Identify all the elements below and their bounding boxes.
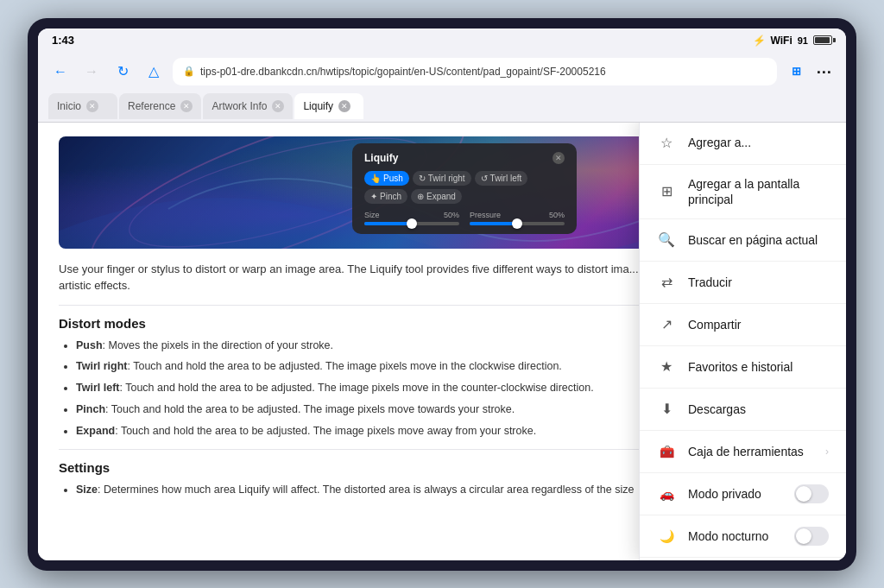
status-icons: ⚡ WiFi 91 [753, 35, 832, 47]
night-toggle[interactable] [794, 527, 829, 546]
tab-liquify-label: Liquify [303, 100, 333, 112]
expand-desc: : Touch and hold the area to be adjusted… [115, 425, 536, 437]
twirl-right-label: Twirl right [428, 174, 465, 183]
push-term: Push [76, 339, 103, 351]
tab-artwork-info-close[interactable]: ✕ [272, 100, 284, 112]
tab-reference-label: Reference [128, 100, 175, 112]
nav-bar: ← → ↻ △ 🔒 tips-p01-dre.dbankcdn.cn/hwtip… [38, 53, 846, 91]
liquify-expand-button[interactable]: ⊕ Expand [411, 189, 462, 204]
size-settings-desc: : Determines how much area Liquify will … [98, 484, 634, 496]
tablet-frame: 1:43 ⚡ WiFi 91 ← → ↻ △ 🔒 tips-p01-dre.db… [28, 18, 856, 571]
tab-inicio-label: Inicio [57, 100, 81, 112]
size-slider-thumb[interactable] [407, 218, 417, 229]
wifi-icon: WiFi [771, 35, 792, 47]
liquify-popup-title: Liquify [364, 152, 398, 164]
forward-button[interactable]: → [79, 60, 104, 84]
pressure-slider-thumb[interactable] [512, 218, 522, 229]
menu-label-pantalla: Agregar a la pantalla principal [688, 176, 829, 207]
downloads-icon: ⬇ [657, 400, 676, 419]
tabs-button[interactable]: ⊞ [784, 60, 808, 84]
liquify-pinch-button[interactable]: ✦ Pinch [364, 189, 407, 204]
expand-label: Expand [426, 192, 456, 201]
pressure-slider-group: Pressure 50% [470, 211, 565, 225]
star-icon: ☆ [657, 134, 676, 153]
liquify-sliders: Size 50% Pressure [364, 211, 565, 225]
reload-button[interactable]: ↻ [110, 60, 135, 84]
menu-item-pantalla[interactable]: ⊞ Agregar a la pantalla principal [640, 165, 846, 219]
menu-item-caja[interactable]: 🧰 Caja de herramientas › [640, 431, 846, 473]
night-icon: 🌙 [657, 527, 676, 546]
home-button[interactable]: △ [142, 60, 166, 84]
pressure-slider-track[interactable] [470, 222, 565, 225]
status-bar: 1:43 ⚡ WiFi 91 [38, 28, 846, 53]
tab-artwork-info-label: Artwork Info [212, 100, 267, 112]
tab-reference-close[interactable]: ✕ [180, 100, 193, 112]
menu-label-descargas: Descargas [688, 401, 829, 417]
expand-term: Expand [76, 425, 115, 437]
pinch-label: Pinch [380, 192, 401, 201]
private-toggle[interactable] [794, 484, 829, 503]
liquify-close-button[interactable]: ✕ [552, 152, 565, 164]
menu-item-nocturno[interactable]: 🌙 Modo nocturno [640, 515, 846, 558]
menu-label-buscar: Buscar en página actual [688, 232, 829, 248]
menu-item-agregar[interactable]: ☆ Agregar a... [640, 123, 846, 165]
menu-item-compartir[interactable]: ↗ Compartir [640, 304, 846, 346]
status-time: 1:43 [52, 34, 74, 47]
menu-label-caja: Caja de herramientas [688, 444, 813, 459]
battery-icon [813, 35, 832, 45]
back-button[interactable]: ← [48, 60, 73, 84]
menu-item-traducir[interactable]: ⇄ Traducir [640, 262, 846, 304]
page-content: Liquify ✕ 👆 Push ↻ Twirl right [38, 123, 846, 560]
menu-item-buscar[interactable]: 🔍 Buscar en página actual [640, 219, 846, 262]
browser-chrome: ← → ↻ △ 🔒 tips-p01-dre.dbankcdn.cn/hwtip… [38, 53, 846, 123]
tab-inicio[interactable]: Inicio ✕ [48, 93, 117, 119]
push-icon: 👆 [370, 174, 381, 183]
menu-label-privado: Modo privado [688, 486, 782, 502]
size-value: 50% [444, 211, 459, 219]
menu-item-version-pc[interactable]: 🖥 Versión PC [640, 558, 846, 560]
push-label: Push [383, 174, 403, 183]
twirl-left-desc: : Touch and hold the area to be adjusted… [119, 382, 593, 394]
pinch-icon: ✦ [370, 192, 377, 201]
twirl-left-icon: ↺ [481, 174, 488, 183]
address-bar[interactable]: 🔒 tips-p01-dre.dbankcdn.cn/hwtips/topic/… [173, 58, 777, 85]
size-label: Size [364, 211, 380, 219]
twirl-left-term: Twirl left [76, 382, 119, 394]
menu-item-descargas[interactable]: ⬇ Descargas [640, 389, 846, 431]
tab-artwork-info[interactable]: Artwork Info ✕ [203, 93, 293, 119]
private-toggle-thumb [796, 486, 811, 502]
menu-item-privado[interactable]: 🚗 Modo privado [640, 473, 846, 515]
liquify-twirl-right-button[interactable]: ↻ Twirl right [413, 171, 471, 186]
push-desc: : Moves the pixels in the direction of y… [103, 339, 334, 351]
menu-label-traducir: Traducir [688, 275, 829, 290]
private-icon: 🚗 [657, 484, 676, 503]
menu-button[interactable]: ⋯ [811, 60, 836, 84]
tab-inicio-close[interactable]: ✕ [86, 100, 98, 112]
size-slider-track[interactable] [364, 222, 459, 225]
night-toggle-thumb [796, 528, 811, 544]
tab-liquify[interactable]: Liquify ✕ [294, 93, 363, 119]
pressure-value: 50% [549, 211, 565, 219]
menu-label-agregar: Agregar a... [688, 135, 829, 150]
pressure-slider-fill [470, 222, 517, 225]
liquify-mode-buttons: 👆 Push ↻ Twirl right ↺ Twirl left [364, 171, 565, 204]
tab-liquify-close[interactable]: ✕ [338, 100, 350, 112]
battery-label: 91 [798, 35, 808, 46]
liquify-twirl-left-button[interactable]: ↺ Twirl left [475, 171, 528, 186]
tabs-bar: Inicio ✕ Reference ✕ Artwork Info ✕ Liqu… [38, 91, 846, 122]
twirl-left-label: Twirl left [490, 174, 522, 183]
liquify-title-bar: Liquify ✕ [364, 152, 565, 164]
tab-reference[interactable]: Reference ✕ [119, 93, 201, 119]
expand-icon: ⊕ [417, 192, 424, 201]
liquify-push-button[interactable]: 👆 Push [364, 171, 409, 186]
bluetooth-icon: ⚡ [753, 35, 766, 47]
twirl-right-desc: : Touch and hold the area to be adjusted… [128, 360, 562, 372]
share-icon: ↗ [657, 315, 676, 334]
menu-item-favoritos[interactable]: ★ Favoritos e historial [640, 346, 846, 389]
menu-label-nocturno: Modo nocturno [688, 528, 782, 544]
toolbox-icon: 🧰 [657, 442, 676, 461]
url-text: tips-p01-dre.dbankcdn.cn/hwtips/topic/go… [200, 66, 606, 78]
pinch-term: Pinch [76, 403, 105, 415]
nav-right: ⊞ ⋯ [784, 60, 836, 84]
size-slider-fill [364, 222, 412, 225]
